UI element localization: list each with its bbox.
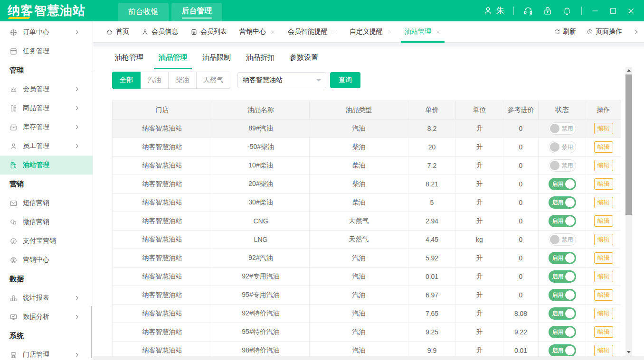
status-toggle[interactable]: 启用 <box>549 344 576 357</box>
user-chip[interactable]: 朱 <box>483 5 504 16</box>
clock-action[interactable]: 页面操作 <box>587 28 622 36</box>
edit-button[interactable]: 编辑 <box>594 252 613 264</box>
status-toggle[interactable]: 禁用 <box>549 233 576 246</box>
content-scrollbar[interactable] <box>625 67 632 356</box>
cell-name: 92#汽油 <box>212 249 310 268</box>
edit-button[interactable]: 编辑 <box>594 271 613 282</box>
window-maximize-button[interactable] <box>609 7 617 15</box>
status-toggle[interactable]: 启用 <box>549 307 576 320</box>
edit-button[interactable]: 编辑 <box>594 123 613 134</box>
status-toggle[interactable]: 启用 <box>549 252 576 264</box>
edit-button[interactable]: 编辑 <box>594 160 613 171</box>
tab-3[interactable]: 营销中心 <box>233 21 282 42</box>
query-button[interactable]: 查询 <box>330 72 360 88</box>
sidebar-item-11[interactable]: 支付宝营销 <box>0 231 93 250</box>
status-toggle[interactable]: 启用 <box>549 270 576 283</box>
cell-ref-price: 9.22 <box>503 323 539 342</box>
status-toggle[interactable]: 禁用 <box>549 141 576 153</box>
tab-5[interactable]: 自定义提醒 <box>343 21 398 42</box>
column-header-7: 操作 <box>586 101 621 120</box>
home-icon <box>106 28 113 36</box>
status-toggle[interactable]: 启用 <box>549 215 576 227</box>
tab-4[interactable]: 会员智能提醒 <box>282 21 343 42</box>
table-row: 纳客智慧油站 10#柴油 柴油 7.2 升 0 禁用 编辑 <box>113 157 621 175</box>
cell-price: 7.65 <box>408 305 456 323</box>
sidebar-item-10[interactable]: 微信营销 <box>0 212 93 231</box>
sidebar-item-7[interactable]: 油站管理 <box>0 156 93 175</box>
lock-icon <box>542 6 553 16</box>
subtab-2[interactable]: 油品限制 <box>202 46 231 69</box>
store-select[interactable]: 纳客智慧油站 <box>237 72 326 88</box>
sidebar-item-6[interactable]: 员工管理 <box>0 137 93 156</box>
sidebar-item-0[interactable]: 订单中心 <box>0 23 93 42</box>
close-icon[interactable] <box>436 29 441 35</box>
edit-button[interactable]: 编辑 <box>594 326 613 338</box>
open-tabs: 首页会员信息会员列表营销中心会员智能提醒自定义提醒油站管理 <box>100 21 447 42</box>
scroll-up-icon[interactable] <box>625 67 632 74</box>
sidebar-item-4[interactable]: 商品管理 <box>0 99 93 118</box>
status-toggle[interactable]: 启用 <box>549 196 576 209</box>
refresh-action[interactable]: 刷新 <box>554 28 576 36</box>
sidebar-section-2: 管理 <box>0 61 93 80</box>
edit-button[interactable]: 编辑 <box>594 215 613 227</box>
close-icon[interactable] <box>270 29 275 35</box>
edit-button[interactable]: 编辑 <box>594 141 613 153</box>
edit-button[interactable]: 编辑 <box>594 234 613 245</box>
status-toggle[interactable]: 禁用 <box>549 159 576 172</box>
cell-action: 编辑 <box>586 323 621 342</box>
lock-button[interactable] <box>542 6 553 16</box>
column-header-2: 油品类型 <box>310 101 408 120</box>
top-nav-tab-0[interactable]: 前台收银 <box>118 3 169 21</box>
scrollbar-thumb[interactable] <box>625 74 632 215</box>
tab-0[interactable]: 首页 <box>100 21 135 42</box>
edit-button[interactable]: 编辑 <box>594 178 613 190</box>
edit-button[interactable]: 编辑 <box>594 345 613 356</box>
tab-1[interactable]: 会员信息 <box>135 21 184 42</box>
tab-2[interactable]: 会员列表 <box>184 21 233 42</box>
chevron-right-icon <box>74 352 80 358</box>
sidebar-item-15[interactable]: 数据分析 <box>0 307 93 326</box>
filter-type-2[interactable]: 柴油 <box>168 72 197 89</box>
filter-type-0[interactable]: 全部 <box>112 72 141 89</box>
horizontal-scrollbar-track[interactable] <box>93 356 644 360</box>
subtab-1[interactable]: 油品管理 <box>159 46 187 69</box>
headset-button[interactable] <box>523 6 533 16</box>
status-toggle[interactable]: 启用 <box>549 326 576 338</box>
column-header-6: 状态 <box>539 101 586 120</box>
toggle-knob <box>565 309 575 318</box>
edit-button[interactable]: 编辑 <box>594 289 613 301</box>
sidebar-item-1[interactable]: 任务管理 <box>0 42 93 61</box>
window-close-button[interactable] <box>627 7 635 15</box>
status-toggle[interactable]: 启用 <box>549 289 576 301</box>
sidebar-scrollbar[interactable] <box>91 306 92 358</box>
window-minimize-button[interactable] <box>591 7 599 15</box>
subtab-0[interactable]: 油枪管理 <box>115 46 143 69</box>
sidebar-item-17[interactable]: 门店管理 <box>0 345 93 360</box>
status-toggle[interactable]: 禁用 <box>549 122 576 135</box>
status-toggle[interactable]: 启用 <box>549 178 576 190</box>
tab-6[interactable]: 油站管理 <box>398 21 447 42</box>
store-select-value: 纳客智慧油站 <box>243 76 283 84</box>
edit-button[interactable]: 编辑 <box>594 308 613 319</box>
bell-button[interactable] <box>562 6 572 16</box>
subtab-3[interactable]: 油品折扣 <box>246 46 275 69</box>
cell-status: 启用 <box>539 194 586 212</box>
cell-ref-price: 0 <box>503 231 539 249</box>
sidebar-section-16: 系统 <box>0 326 93 345</box>
sidebar-item-14[interactable]: 统计报表 <box>0 288 93 307</box>
cell-action: 编辑 <box>586 138 621 157</box>
cell-type: 汽油 <box>310 249 408 268</box>
filter-type-3[interactable]: 天然气 <box>196 72 230 89</box>
sidebar-item-9[interactable]: 短信营销 <box>0 194 93 212</box>
subtab-4[interactable]: 参数设置 <box>290 46 318 69</box>
sidebar-item-3[interactable]: 会员管理 <box>0 80 93 99</box>
edit-button[interactable]: 编辑 <box>594 197 613 208</box>
scroll-down-icon[interactable] <box>625 349 632 356</box>
close-icon[interactable] <box>332 29 337 35</box>
filter-type-1[interactable]: 汽油 <box>140 72 169 89</box>
sidebar-item-5[interactable]: 库存管理 <box>0 118 93 137</box>
sidebar-item-12[interactable]: 营销中心 <box>0 250 93 269</box>
close-icon[interactable] <box>387 29 392 35</box>
top-nav-tab-1[interactable]: 后台管理 <box>171 3 222 21</box>
chevron-right-icon[interactable] <box>633 28 639 35</box>
